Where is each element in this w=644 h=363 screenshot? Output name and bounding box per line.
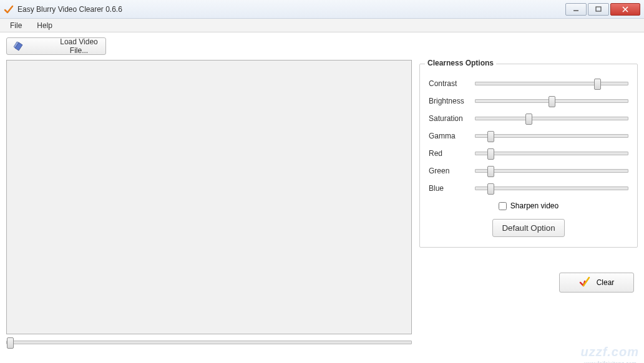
slider-row-saturation: Saturation [429,114,628,123]
slider-thumb-red[interactable] [487,148,494,160]
slider-label-contrast: Contrast [429,79,475,88]
slider-thumb-contrast[interactable] [594,79,601,90]
clearness-options-group: Clearness Options ContrastBrightnessSatu… [419,64,638,248]
load-video-button[interactable]: Load Video File... [6,37,106,55]
slider-row-red: Red [429,149,628,158]
seek-slider-thumb[interactable] [7,337,14,349]
svg-rect-1 [596,7,601,11]
slider-label-gamma: Gamma [429,132,475,140]
slider-blue[interactable] [475,186,628,190]
slider-label-red: Red [429,149,475,158]
window-title: Easy Blurry Video Clearer 0.6.6 [17,5,564,14]
maximize-button[interactable] [588,3,609,16]
video-preview [6,60,412,334]
slider-red[interactable] [475,152,628,155]
slider-label-blue: Blue [429,184,475,193]
clearness-options-title: Clearness Options [425,59,496,67]
sharpen-checkbox[interactable] [499,202,507,210]
close-button[interactable] [610,3,640,16]
menu-file[interactable]: File [4,20,28,31]
menu-help[interactable]: Help [31,20,59,31]
slider-label-saturation: Saturation [429,114,475,123]
slider-row-gamma: Gamma [429,132,628,140]
toolbar: Load Video File... [0,32,644,57]
slider-thumb-brightness[interactable] [549,96,555,107]
slider-label-green: Green [429,167,475,175]
slider-thumb-saturation[interactable] [525,114,532,125]
film-icon [13,41,54,52]
app-icon [4,4,14,14]
slider-gamma[interactable] [475,134,628,138]
load-video-label: Load Video File... [59,37,99,55]
slider-row-contrast: Contrast [429,79,628,88]
slider-saturation[interactable] [475,117,628,120]
clear-button[interactable]: Clear [559,273,634,293]
title-bar: Easy Blurry Video Clearer 0.6.6 [0,0,644,19]
minimize-button[interactable] [565,3,587,16]
slider-brightness[interactable] [475,99,628,103]
slider-row-green: Green [429,167,628,175]
sharpen-label[interactable]: Sharpen video [510,201,559,210]
seek-slider[interactable] [6,341,412,344]
slider-thumb-green[interactable] [487,166,494,177]
watermark-sub: www.feifeixitong.com [584,361,637,363]
slider-contrast[interactable] [475,82,628,85]
slider-thumb-gamma[interactable] [487,131,494,142]
menu-bar: File Help [0,19,644,32]
slider-row-brightness: Brightness [429,97,628,105]
slider-row-blue: Blue [429,184,628,193]
clear-label: Clear [597,278,615,287]
checkmark-icon [579,276,590,289]
default-option-button[interactable]: Default Option [492,219,564,237]
slider-green[interactable] [475,169,628,173]
slider-thumb-blue[interactable] [487,183,494,195]
slider-label-brightness: Brightness [429,97,475,105]
window-controls [564,3,640,16]
